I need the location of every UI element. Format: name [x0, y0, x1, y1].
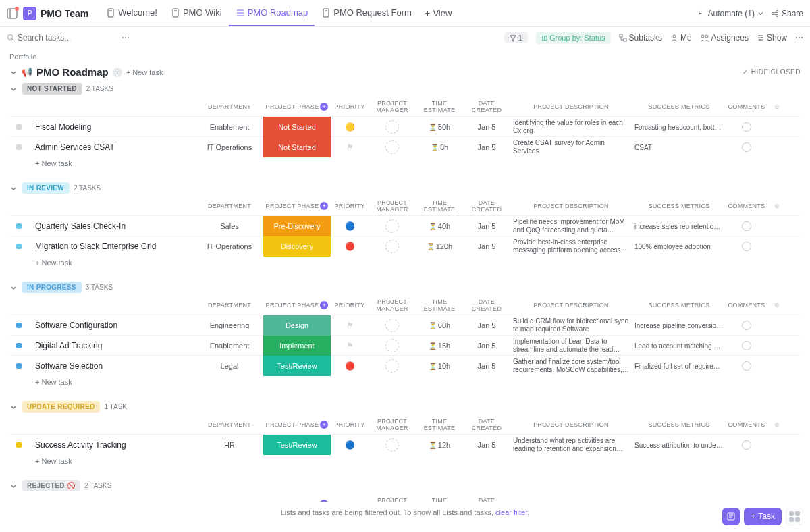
metric-cell[interactable]: Forcasting headcount, bottom line, CAC, …	[632, 124, 726, 131]
phase-cell[interactable]: Test/Review	[263, 356, 331, 376]
comment-cell[interactable]	[726, 122, 767, 132]
nav-tab-pmo-wiki[interactable]: PMO Wiki	[164, 0, 229, 26]
column-header[interactable]: PROJECT DESCRIPTION	[510, 421, 632, 428]
new-task-link[interactable]: + New task	[126, 68, 163, 76]
description-cell[interactable]: Provide best-in-class enterprise messagi…	[510, 238, 632, 255]
description-cell[interactable]: Gather and finalize core system/tool req…	[510, 358, 632, 374]
status-dot[interactable]	[16, 223, 22, 229]
new-task-row[interactable]: + New task	[9, 454, 801, 468]
manager-cell[interactable]	[369, 359, 416, 373]
task-name[interactable]: Admin Services CSAT	[28, 142, 196, 152]
department-cell[interactable]: Enablement	[196, 342, 263, 350]
task-name[interactable]: Fiscal Modeling	[28, 122, 196, 132]
group-status-label[interactable]: IN REVIEW	[22, 182, 70, 194]
sidebar-toggle[interactable]	[7, 8, 18, 19]
team-name[interactable]: PMO Team	[40, 8, 88, 19]
description-cell[interactable]: Identifying the value for roles in each …	[510, 119, 632, 135]
description-cell[interactable]: Build a CRM flow for bidirectional sync …	[510, 317, 632, 334]
estimate-cell[interactable]: ⏳8h	[416, 143, 463, 151]
metric-cell[interactable]: Increase pipeline conversion of new busi…	[632, 322, 726, 329]
priority-flag[interactable]: 🔵	[331, 440, 369, 450]
column-header[interactable]: TIME ESTIMATE	[416, 497, 463, 502]
search-input[interactable]	[18, 33, 119, 43]
estimate-cell[interactable]: ⏳12h	[416, 441, 463, 449]
new-task-row[interactable]: + New task	[9, 375, 801, 389]
group-by-pill[interactable]: ⊞ Group by: Status	[536, 32, 611, 44]
column-header[interactable]: SUCCESS METRICS	[632, 500, 726, 502]
date-cell[interactable]: Jan 5	[463, 342, 510, 350]
status-dot[interactable]	[16, 124, 22, 130]
column-header[interactable]: SUCCESS METRICS	[632, 421, 726, 428]
group-status-label[interactable]: IN PROGRESS	[22, 282, 82, 293]
date-cell[interactable]: Jan 5	[463, 441, 510, 449]
status-dot[interactable]	[16, 442, 22, 448]
column-header[interactable]: SUCCESS METRICS	[632, 302, 726, 309]
subtasks-button[interactable]: Subtasks	[619, 33, 662, 43]
column-header[interactable]: COMMENTS	[726, 103, 767, 110]
list-title[interactable]: PMO Roadmap	[36, 66, 109, 78]
column-header[interactable]: PROJECT PHASE+	[263, 500, 331, 502]
column-header[interactable]: PRIORITY	[331, 203, 369, 209]
column-header[interactable]: PROJECT MANAGER	[369, 199, 416, 213]
column-header[interactable]: PROJECT PHASE+	[263, 103, 331, 111]
task-fab[interactable]: + Task	[744, 508, 782, 525]
task-row[interactable]: Software Selection Legal Test/Review 🔴 ⏳…	[9, 355, 801, 375]
column-header[interactable]: PROJECT DESCRIPTION	[510, 103, 632, 110]
description-cell[interactable]: Create CSAT survey for Admin Services	[510, 139, 632, 155]
column-header[interactable]: PROJECT DESCRIPTION	[510, 203, 632, 209]
group-status-label[interactable]: UPDATE REQUIRED	[22, 401, 100, 413]
task-row[interactable]: Migration to Slack Enterprise Grid IT Op…	[9, 236, 801, 256]
phase-cell[interactable]: Discovery	[263, 236, 331, 257]
manager-cell[interactable]	[369, 319, 416, 332]
phase-add-icon[interactable]: +	[320, 301, 328, 309]
status-dot[interactable]	[16, 363, 22, 369]
priority-flag[interactable]: 🔴	[331, 361, 369, 371]
clear-filter-link[interactable]: clear filter	[495, 508, 527, 516]
column-header[interactable]: PROJECT PHASE+	[263, 421, 331, 429]
task-row[interactable]: Digital Ad Tracking Enablement Implement…	[9, 335, 801, 355]
column-header[interactable]: DEPARTMENT	[196, 203, 263, 209]
group-chevron-icon[interactable]	[9, 403, 18, 411]
estimate-cell[interactable]: ⏳15h	[416, 342, 463, 350]
note-fab[interactable]	[722, 508, 740, 525]
new-task-row[interactable]: + New task	[9, 157, 801, 170]
priority-flag[interactable]: ⚑	[331, 341, 369, 350]
department-cell[interactable]: IT Operations	[196, 143, 263, 151]
phase-cell[interactable]: Not Started	[263, 137, 331, 157]
column-header[interactable]: PROJECT MANAGER	[369, 100, 416, 113]
comment-cell[interactable]	[726, 221, 767, 231]
metric-cell[interactable]: Lead to account matching and handling of…	[632, 342, 726, 350]
comment-cell[interactable]	[726, 321, 767, 330]
collapse-chevron-icon[interactable]	[9, 68, 18, 76]
column-header[interactable]: TIME ESTIMATE	[416, 199, 463, 213]
task-name[interactable]: Digital Ad Tracking	[28, 341, 196, 350]
column-header[interactable]: DEPARTMENT	[196, 421, 263, 428]
share-button[interactable]: Share	[771, 9, 803, 18]
column-header[interactable]: DEPARTMENT	[196, 500, 263, 502]
description-cell[interactable]: Pipeline needs improvement for MoM and Q…	[510, 218, 632, 234]
column-header[interactable]: TIME ESTIMATE	[416, 298, 463, 312]
priority-flag[interactable]: 🟡	[331, 122, 369, 132]
date-cell[interactable]: Jan 5	[463, 362, 510, 370]
column-header[interactable]: PROJECT MANAGER	[369, 497, 416, 502]
column-header[interactable]: PRIORITY	[331, 500, 369, 502]
new-task-row[interactable]: + New task	[9, 256, 801, 269]
date-cell[interactable]: Jan 5	[463, 143, 510, 151]
group-chevron-icon[interactable]	[9, 482, 18, 490]
phase-add-icon[interactable]: +	[320, 421, 328, 429]
comment-cell[interactable]	[726, 242, 767, 251]
column-header[interactable]: PROJECT PHASE+	[263, 202, 331, 210]
column-header[interactable]: DEPARTMENT	[196, 302, 263, 309]
group-status-label[interactable]: NOT STARTED	[22, 83, 82, 95]
apps-fab[interactable]	[786, 508, 803, 525]
column-header[interactable]: TIME ESTIMATE	[416, 100, 463, 113]
column-header[interactable]: PRIORITY	[331, 302, 369, 309]
column-header[interactable]: PRIORITY	[331, 103, 369, 110]
add-column-icon[interactable]: ⊕	[774, 103, 780, 110]
priority-flag[interactable]: ⚑	[331, 142, 369, 152]
add-column-icon[interactable]: ⊕	[774, 203, 780, 209]
manager-cell[interactable]	[369, 219, 416, 233]
column-header[interactable]: DATE CREATED	[463, 497, 510, 502]
estimate-cell[interactable]: ⏳60h	[416, 321, 463, 329]
column-header[interactable]: DATE CREATED	[463, 199, 510, 213]
